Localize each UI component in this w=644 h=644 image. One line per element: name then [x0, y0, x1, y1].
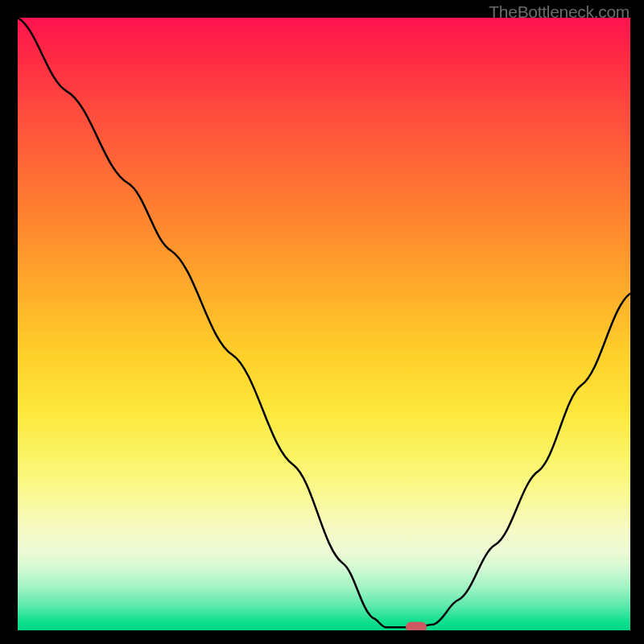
bottleneck-curve-path	[18, 18, 630, 627]
chart-container: TheBottleneck.com	[0, 0, 644, 644]
optimal-marker	[406, 622, 427, 630]
watermark-text: TheBottleneck.com	[489, 2, 630, 22]
curve-svg	[18, 18, 630, 630]
plot-area	[18, 18, 630, 630]
